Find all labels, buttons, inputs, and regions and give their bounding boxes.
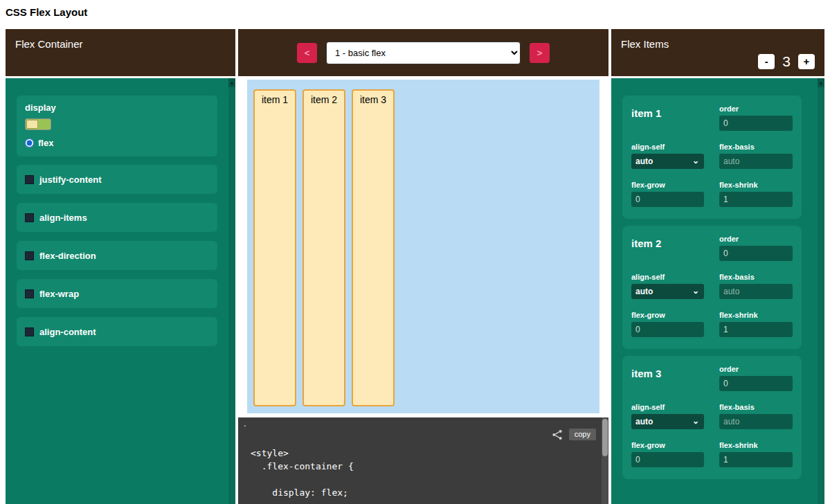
left-panel-scrollbar[interactable]: ▲ xyxy=(228,78,235,504)
display-section[interactable]: display flex xyxy=(17,96,217,156)
order-field: order xyxy=(719,105,793,132)
flex-shrink-field: flex-shrink xyxy=(719,311,793,339)
align-items-checkbox[interactable] xyxy=(25,213,34,222)
order-label: order xyxy=(719,235,793,243)
share-icon[interactable] xyxy=(552,429,563,440)
option-flex-wrap[interactable]: flex-wrap xyxy=(17,279,217,308)
align-self-field: align-self auto ⌄ xyxy=(631,403,704,431)
flex-shrink-field: flex-shrink xyxy=(719,441,793,469)
preset-select[interactable]: 1 - basic flex xyxy=(326,42,521,64)
flex-container-body: display flex justify-content align-items… xyxy=(6,78,235,504)
flex-shrink-input[interactable] xyxy=(719,192,793,207)
scroll-up-icon[interactable]: ▲ xyxy=(228,78,235,87)
preview-panel: < 1 - basic flex > item 1 item 2 item 3 … xyxy=(238,29,608,504)
code-line: display: flex; xyxy=(251,486,354,499)
flex-basis-label: flex-basis xyxy=(719,403,793,411)
align-self-select[interactable]: auto xyxy=(631,414,704,429)
option-justify-content[interactable]: justify-content xyxy=(17,165,217,194)
copy-button[interactable]: copy xyxy=(569,429,596,440)
align-self-label: align-self xyxy=(631,273,704,281)
order-field: order xyxy=(719,235,793,262)
flex-basis-input[interactable] xyxy=(719,154,793,169)
flex-shrink-input[interactable] xyxy=(719,322,793,337)
order-field: order xyxy=(719,365,793,393)
display-flex-option[interactable]: flex xyxy=(25,138,209,148)
flex-wrap-checkbox[interactable] xyxy=(25,289,34,298)
code-toolbar: copy xyxy=(552,429,596,440)
toggle-knob xyxy=(26,120,38,129)
flex-grow-input[interactable] xyxy=(631,192,704,207)
flex-grow-label: flex-grow xyxy=(631,311,704,319)
flex-items-header: Flex Items - 3 + xyxy=(611,29,824,76)
flex-basis-input[interactable] xyxy=(719,414,793,429)
flex-preview-area: item 1 item 2 item 3 xyxy=(247,80,599,413)
code-line xyxy=(251,473,354,486)
code-block: <style> .flex-container { display: flex; xyxy=(251,447,354,499)
flex-basis-label: flex-basis xyxy=(719,273,793,281)
scroll-up-icon[interactable]: ▲ xyxy=(818,78,824,87)
flex-direction-label: flex-direction xyxy=(39,251,96,261)
order-input[interactable] xyxy=(719,376,793,391)
flex-items-panel: Flex Items - 3 + item 1 order align-self… xyxy=(611,29,824,504)
flex-container-title: Flex Container xyxy=(15,38,83,50)
order-label: order xyxy=(719,365,793,373)
flex-grow-input[interactable] xyxy=(631,322,704,337)
flex-basis-input[interactable] xyxy=(719,284,793,299)
align-self-field: align-self auto ⌄ xyxy=(631,273,704,300)
flex-items-body: item 1 order align-self auto ⌄ flex-basi… xyxy=(611,78,824,504)
flex-radio[interactable] xyxy=(25,138,34,147)
flex-item-2: item 2 xyxy=(303,89,345,406)
flex-radio-label: flex xyxy=(38,138,53,148)
code-line: .flex-container { xyxy=(251,460,354,473)
justify-content-checkbox[interactable] xyxy=(25,175,34,184)
item-card-title: item 2 xyxy=(631,237,704,262)
flex-container-panel: Flex Container display flex justify-cont… xyxy=(6,29,235,504)
prev-preset-button[interactable]: < xyxy=(297,43,317,63)
add-item-button[interactable]: + xyxy=(798,54,815,69)
item-card-2: item 2 order align-self auto ⌄ flex-basi… xyxy=(622,226,802,349)
align-self-label: align-self xyxy=(631,143,704,151)
flex-shrink-label: flex-shrink xyxy=(719,441,793,449)
flex-basis-field: flex-basis xyxy=(719,403,793,431)
align-self-select[interactable]: auto xyxy=(631,154,704,169)
code-scrollbar-thumb[interactable] xyxy=(602,419,608,456)
flex-wrap-label: flex-wrap xyxy=(39,289,79,299)
flex-basis-field: flex-basis xyxy=(719,273,793,300)
preset-header: < 1 - basic flex > xyxy=(238,29,608,76)
flex-item-1: item 1 xyxy=(253,89,296,406)
flex-shrink-input[interactable] xyxy=(719,452,793,467)
align-self-select[interactable]: auto xyxy=(631,284,704,299)
next-preset-button[interactable]: > xyxy=(530,43,550,63)
option-align-content[interactable]: align-content xyxy=(17,317,217,346)
flex-grow-field: flex-grow xyxy=(631,181,704,208)
justify-content-label: justify-content xyxy=(39,174,102,185)
flex-shrink-label: flex-shrink xyxy=(719,181,793,189)
order-input[interactable] xyxy=(719,116,793,131)
right-panel-scrollbar[interactable]: ▲ xyxy=(818,78,824,504)
flex-grow-input[interactable] xyxy=(631,452,704,467)
item-card-3: item 3 order align-self auto ⌄ flex-basi… xyxy=(622,356,802,479)
item-card-title: item 3 xyxy=(631,368,704,393)
code-dot: . xyxy=(244,418,246,429)
option-align-items[interactable]: align-items xyxy=(17,203,217,232)
item-card-title: item 1 xyxy=(631,107,704,132)
flex-direction-checkbox[interactable] xyxy=(25,251,34,260)
display-toggle[interactable] xyxy=(25,118,51,130)
align-self-field: align-self auto ⌄ xyxy=(631,143,704,170)
flex-shrink-field: flex-shrink xyxy=(719,181,793,208)
remove-item-button[interactable]: - xyxy=(758,54,775,69)
align-content-checkbox[interactable] xyxy=(25,327,34,336)
code-line: <style> xyxy=(251,447,354,460)
flex-shrink-label: flex-shrink xyxy=(719,311,793,319)
display-label: display xyxy=(25,102,209,113)
order-input[interactable] xyxy=(719,246,793,261)
flex-items-title: Flex Items xyxy=(621,38,669,50)
option-flex-direction[interactable]: flex-direction xyxy=(17,241,217,270)
code-scrollbar[interactable] xyxy=(602,417,608,504)
item-count: 3 xyxy=(782,53,791,70)
item-count-controls: - 3 + xyxy=(758,53,815,70)
flex-grow-field: flex-grow xyxy=(631,441,704,469)
align-items-label: align-items xyxy=(39,213,87,223)
page-title: CSS Flex Layout xyxy=(6,6,87,18)
flex-grow-field: flex-grow xyxy=(631,311,704,339)
